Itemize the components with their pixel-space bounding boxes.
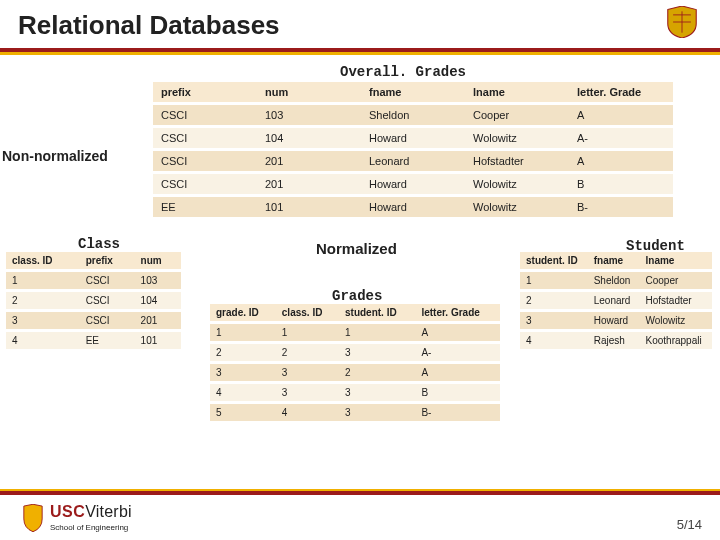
cell: 104	[257, 127, 361, 150]
cell: A-	[569, 127, 673, 150]
cell: Wolowitz	[465, 173, 569, 196]
cell: 1	[276, 323, 339, 343]
col-header: num	[257, 82, 361, 104]
cell: CSCI	[80, 271, 135, 291]
grades-caption: Grades	[332, 288, 382, 304]
cell: B	[569, 173, 673, 196]
cell: Rajesh	[588, 331, 640, 351]
col-header: prefix	[80, 252, 135, 271]
grades-table: grade. IDclass. IDstudent. IDletter. Gra…	[210, 304, 500, 424]
cell: Howard	[361, 127, 465, 150]
footer-logo: USCViterbi School of Engineering	[22, 503, 132, 532]
col-header: grade. ID	[210, 304, 276, 323]
cell: 1	[210, 323, 276, 343]
table-row: 223A-	[210, 343, 500, 363]
cell: 3	[276, 383, 339, 403]
class-caption: Class	[78, 236, 120, 252]
non-normalized-label: Non-normalized	[2, 148, 108, 164]
table-row: 111A	[210, 323, 500, 343]
cell: Koothrappali	[640, 331, 713, 351]
cell: 201	[135, 311, 181, 331]
col-header: class. ID	[276, 304, 339, 323]
overall-caption: Overall. Grades	[340, 64, 466, 80]
logo-usc: USC	[50, 503, 85, 520]
slide: { "title": "Relational Databases", "page…	[0, 0, 720, 540]
col-header: letter. Grade	[569, 82, 673, 104]
cell: Sheldon	[361, 104, 465, 127]
col-header: student. ID	[339, 304, 415, 323]
cell: 2	[6, 291, 80, 311]
cell: B-	[569, 196, 673, 219]
divider-gold	[0, 52, 720, 55]
overall-grades-table: prefixnumfnamelnameletter. GradeCSCI103S…	[153, 82, 673, 220]
cell: Wolowitz	[465, 196, 569, 219]
cell: A	[569, 104, 673, 127]
col-header: lname	[465, 82, 569, 104]
cell: CSCI	[80, 311, 135, 331]
table-row: CSCI201HowardWolowitzB	[153, 173, 673, 196]
cell: 3	[6, 311, 80, 331]
cell: Wolowitz	[465, 127, 569, 150]
table-row: 332A	[210, 363, 500, 383]
table-row: 433B	[210, 383, 500, 403]
cell: A-	[415, 343, 500, 363]
normalized-label: Normalized	[316, 240, 397, 257]
cell: A	[415, 323, 500, 343]
logo-viterbi: Viterbi	[85, 503, 131, 520]
col-header: letter. Grade	[415, 304, 500, 323]
table-row: 3CSCI201	[6, 311, 181, 331]
cell: 4	[6, 331, 80, 351]
table-row: 3HowardWolowitz	[520, 311, 712, 331]
cell: 2	[520, 291, 588, 311]
cell: Cooper	[465, 104, 569, 127]
col-header: lname	[640, 252, 713, 271]
cell: Howard	[361, 196, 465, 219]
cell: 4	[520, 331, 588, 351]
cell: 201	[257, 173, 361, 196]
class-table: class. IDprefixnum1CSCI1032CSCI1043CSCI2…	[6, 252, 181, 352]
cell: EE	[153, 196, 257, 219]
cell: Leonard	[588, 291, 640, 311]
cell: Howard	[588, 311, 640, 331]
col-header: fname	[361, 82, 465, 104]
col-header: fname	[588, 252, 640, 271]
cell: Cooper	[640, 271, 713, 291]
logo-sub: School of Engineering	[50, 523, 132, 532]
cell: Sheldon	[588, 271, 640, 291]
cell: 2	[210, 343, 276, 363]
cell: 101	[257, 196, 361, 219]
cell: 3	[210, 363, 276, 383]
cell: 4	[276, 403, 339, 423]
shield-icon	[22, 504, 44, 532]
table-row: CSCI201LeonardHofstadterA	[153, 150, 673, 173]
cell: B-	[415, 403, 500, 423]
table-row: EE101HowardWolowitzB-	[153, 196, 673, 219]
table-row: CSCI103SheldonCooperA	[153, 104, 673, 127]
cell: CSCI	[153, 127, 257, 150]
cell: Leonard	[361, 150, 465, 173]
cell: 2	[339, 363, 415, 383]
footer-divider-red	[0, 491, 720, 495]
cell: 3	[339, 343, 415, 363]
cell: A	[569, 150, 673, 173]
col-header: prefix	[153, 82, 257, 104]
table-row: 1CSCI103	[6, 271, 181, 291]
cell: 3	[339, 403, 415, 423]
table-row: 4RajeshKoothrappali	[520, 331, 712, 351]
cell: Howard	[361, 173, 465, 196]
table-row: 2CSCI104	[6, 291, 181, 311]
cell: 3	[339, 383, 415, 403]
cell: 1	[520, 271, 588, 291]
col-header: student. ID	[520, 252, 588, 271]
cell: 4	[210, 383, 276, 403]
cell: EE	[80, 331, 135, 351]
cell: 201	[257, 150, 361, 173]
cell: A	[415, 363, 500, 383]
table-row: 4EE101	[6, 331, 181, 351]
col-header: class. ID	[6, 252, 80, 271]
cell: 1	[339, 323, 415, 343]
table-row: 1SheldonCooper	[520, 271, 712, 291]
cell: Wolowitz	[640, 311, 713, 331]
page-number: 5/14	[677, 517, 702, 532]
cell: 103	[257, 104, 361, 127]
